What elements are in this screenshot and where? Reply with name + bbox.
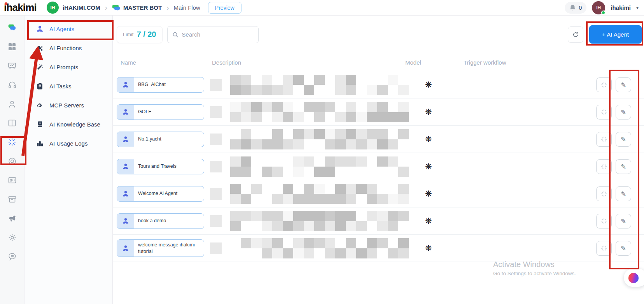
breadcrumb-separator-2: › [166,4,169,12]
agent-name-label: Welcome Ai Agent [134,186,181,201]
breadcrumb-bot[interactable]: MASTER BOT [123,4,162,11]
sidebar-item-mcp-servers[interactable]: MCP Servers [24,96,112,115]
table-row: book a demo ❋ ✎ [113,207,644,235]
agent-name-label: book a demo [134,214,170,228]
sidebar-item-ai-prompts[interactable]: AI Prompts [24,58,112,77]
refresh-button[interactable] [568,26,583,43]
sidebar-item-label: AI Knowledge Base [49,121,100,128]
agent-person-icon [36,25,44,33]
chevron-down-icon[interactable]: ▾ [636,5,639,11]
agent-person-icon [117,214,134,228]
magic-action-button[interactable] [596,186,612,201]
breadcrumb-flow[interactable]: Main Flow [174,4,200,11]
agent-person-icon [117,77,134,92]
agent-name-chip[interactable]: No.1.yacht [117,132,204,147]
card-icon[interactable] [8,176,16,185]
user-avatar[interactable]: IH [592,1,605,14]
table-row: Welcome Ai Agent ❋ ✎ [113,180,644,207]
pencil-icon: ✎ [621,163,626,170]
pencil-icon: ✎ [621,108,626,116]
model-cell: ❋ [401,216,460,226]
pencil-icon: ✎ [621,190,626,198]
agent-name-label: welcome message ihakimi tutorial [134,240,204,257]
toolbar: Limit 7 / 20 + AI Agent [113,16,644,44]
column-header-model: Model [401,59,460,66]
model-cell: ❋ [401,80,460,90]
dashboard-grid-icon[interactable] [8,42,16,51]
agent-name-chip[interactable]: GOLF [117,104,204,120]
model-cell: ❋ [401,189,460,199]
chat-bubbles-icon[interactable] [8,23,16,32]
lifebuoy-icon[interactable] [8,157,16,165]
agent-name-chip[interactable]: Tours and Travels [117,159,204,174]
magic-action-button[interactable] [596,159,612,174]
breadcrumb-separator: › [105,4,107,12]
sidebar-item-ai-agents[interactable]: AI Agents [24,19,112,39]
description-redacted [208,75,401,95]
sidebar-item-ai-knowledge-base[interactable]: AI Knowledge Base [24,115,112,134]
redaction-mosaic [230,238,409,258]
edit-button[interactable]: ✎ [616,77,631,92]
breadcrumb-workspace[interactable]: iHAKIMI.COM [63,4,100,11]
magic-wand-icon [36,63,44,71]
ai-sparkle-icon[interactable] [8,138,16,146]
magic-action-button[interactable] [596,132,612,147]
notification-count: 0 [579,5,582,11]
sidebar-item-label: AI Usage Logs [49,140,88,147]
sidebar-item-ai-functions[interactable]: AI Functions [24,39,112,58]
columns-icon[interactable] [8,119,16,127]
workspace-badge[interactable]: IH [47,2,59,14]
headset-icon[interactable] [8,81,16,89]
sidebar-item-label: AI Tasks [49,83,71,90]
megaphone-icon[interactable] [8,214,16,223]
redaction-block [210,106,222,118]
edit-button[interactable]: ✎ [616,214,631,228]
magic-action-button[interactable] [596,105,612,119]
sidebar-item-ai-usage-logs[interactable]: AI Usage Logs [24,134,112,153]
preview-button[interactable]: Preview [208,2,242,14]
add-ai-agent-button[interactable]: + AI Agent [589,25,642,44]
edit-button[interactable]: ✎ [616,105,631,119]
openai-logo-icon: ❋ [425,244,432,253]
agents-table-body: BBG_AiChat ❋ ✎ GOLF [113,71,644,262]
user-name[interactable]: ihakimi [611,4,631,11]
bot-chat-icon [112,4,121,12]
pencil-icon: ✎ [621,135,626,143]
edit-button[interactable]: ✎ [616,186,631,201]
notifications-button[interactable]: 0 [565,2,586,14]
assistant-widget-button[interactable] [624,269,644,287]
sidebar-item-label: AI Agents [49,26,74,32]
edit-button[interactable]: ✎ [616,132,631,147]
agent-name-chip[interactable]: welcome message ihakimi tutorial [117,239,204,257]
presentation-chart-icon[interactable] [8,62,16,70]
magic-action-button[interactable] [596,241,612,256]
agent-name-chip[interactable]: BBG_AiChat [117,77,204,93]
sidebar-item-ai-tasks[interactable]: AI Tasks [24,77,112,96]
openai-logo-icon: ❋ [425,80,432,90]
archive-icon[interactable] [8,195,16,204]
edit-button[interactable]: ✎ [616,241,631,256]
ihakimi-logo: ihakimi [4,2,37,14]
agent-name-chip[interactable]: book a demo [117,213,204,229]
magic-action-button[interactable] [596,214,612,228]
table-row: BBG_AiChat ❋ ✎ [113,71,644,98]
model-cell: ❋ [401,135,460,144]
model-cell: ❋ [401,107,460,117]
description-redacted [208,238,401,258]
table-row: No.1.yacht ❋ ✎ [113,126,644,153]
search-input[interactable] [182,31,254,38]
brain-icon [628,273,639,283]
edit-button[interactable]: ✎ [616,159,631,174]
model-cell: ❋ [401,162,460,171]
agent-name-chip[interactable]: Welcome Ai Agent [117,186,204,202]
agent-name-label: No.1.yacht [134,132,165,147]
search-box[interactable] [167,26,259,43]
comment-icon[interactable] [8,252,16,261]
redaction-mosaic [230,129,409,149]
coil-icon [36,102,44,109]
openai-logo-icon: ❋ [425,135,432,144]
table-header: Name Description Model Trigger workflow [113,54,644,71]
magic-action-button[interactable] [596,77,612,92]
contacts-icon[interactable] [8,100,16,108]
settings-gear-icon[interactable] [8,233,16,242]
